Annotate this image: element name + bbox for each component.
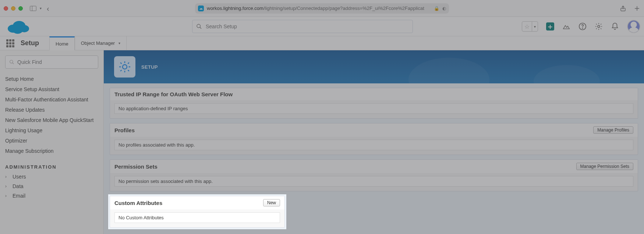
setup-sidebar: Setup Home Service Setup Assistant Multi… (0, 50, 104, 234)
svg-rect-0 (30, 6, 36, 11)
salesforce-trailhead-icon[interactable] (562, 22, 570, 30)
chevron-right-icon: › (5, 184, 11, 189)
favorites-menu[interactable]: ☆ ▾ (522, 21, 538, 32)
share-icon[interactable] (620, 5, 626, 12)
sidebar-link-mfa-assistant[interactable]: Multi-Factor Authentication Assistant (5, 94, 98, 105)
back-button[interactable]: ‹ (47, 5, 49, 12)
svg-point-13 (598, 25, 600, 28)
minimize-window-button[interactable] (11, 6, 15, 11)
svg-point-16 (123, 65, 127, 69)
sidebar-tree-data[interactable]: › Data (5, 181, 98, 191)
sidebar-tree-email[interactable]: › Email (5, 191, 98, 201)
nav-tab-label: Home (56, 41, 68, 47)
svg-point-9 (197, 24, 200, 28)
sidebar-link-service-setup-assistant[interactable]: Service Setup Assistant (5, 84, 98, 94)
salesforce-global-header: ☆ ▾ ＋ (0, 17, 644, 36)
chevron-right-icon: › (5, 174, 11, 179)
section-title: Trusted IP Range for OAuth Web Server Fl… (114, 91, 233, 97)
sidebar-link-optimizer[interactable]: Optimizer (5, 136, 98, 146)
global-search-input[interactable] (206, 24, 409, 29)
help-icon[interactable] (578, 22, 587, 30)
lock-icon: 🔒 (434, 6, 439, 11)
manage-profiles-button[interactable]: Manage Profiles (593, 126, 633, 134)
sidebar-link-setup-home[interactable]: Setup Home (5, 74, 98, 84)
sidebar-toggle-icon[interactable] (29, 5, 37, 12)
page-eyebrow: SETUP (141, 64, 158, 70)
global-search[interactable] (192, 20, 413, 33)
section-permission-sets: Permission Sets Manage Permission Sets N… (110, 159, 638, 191)
quick-find-input[interactable] (17, 59, 94, 65)
site-favicon-icon: ☁ (198, 6, 204, 11)
nav-tab-object-manager[interactable]: Object Manager ▾ (75, 36, 127, 50)
maximize-window-button[interactable] (18, 6, 23, 11)
chevron-right-icon: › (5, 193, 11, 198)
nav-tab-label: Object Manager (81, 40, 115, 46)
new-tab-icon[interactable] (634, 5, 640, 12)
close-window-button[interactable] (4, 6, 8, 11)
url-text: workos.lightning.force.com/lightning/set… (207, 6, 431, 11)
star-icon: ☆ (522, 23, 532, 30)
section-title: Permission Sets (114, 163, 158, 170)
chevron-down-icon: ▾ (532, 22, 538, 31)
search-icon (196, 24, 202, 29)
section-empty-state: No application-defined IP ranges (114, 103, 633, 114)
main-content: SETUP Trusted IP Range for OAuth Web Ser… (104, 50, 644, 234)
sidebar-tree-users[interactable]: › Users (5, 172, 98, 181)
search-icon (9, 60, 14, 65)
window-controls (4, 6, 23, 11)
nav-tab-home[interactable]: Home (49, 36, 75, 50)
sidebar-link-release-updates[interactable]: Release Updates (5, 105, 98, 115)
section-profiles: Profiles Manage Profiles No profiles ass… (110, 123, 638, 155)
section-title: Custom Attributes (114, 200, 162, 206)
app-nav-bar: Setup Home Object Manager ▾ (0, 36, 644, 50)
sidebar-section-administration: ADMINISTRATION (5, 164, 98, 170)
svg-line-10 (200, 27, 201, 29)
chevron-down-icon: ▾ (118, 41, 120, 45)
new-custom-attribute-button[interactable]: New (263, 199, 280, 206)
section-empty-state: No profiles associated with this app. (114, 140, 633, 150)
section-title: Profiles (114, 127, 135, 133)
svg-point-14 (10, 60, 13, 63)
browser-toolbar: ▾ ‹ ☁ workos.lightning.force.com/lightni… (0, 0, 644, 17)
sidebar-link-manage-subscription[interactable]: Manage Subscription (5, 146, 98, 156)
salesforce-logo[interactable] (6, 18, 30, 35)
section-empty-state: No permission sets associated with this … (114, 176, 633, 187)
svg-line-15 (13, 63, 14, 64)
app-launcher-icon[interactable] (5, 36, 15, 50)
svg-point-12 (582, 28, 583, 28)
url-bar[interactable]: ☁ workos.lightning.force.com/lightning/s… (195, 3, 449, 14)
manage-permission-sets-button[interactable]: Manage Permission Sets (576, 163, 633, 170)
app-name: Setup (21, 36, 39, 50)
reader-icon[interactable]: ◐ (442, 6, 446, 11)
chevron-down-icon[interactable]: ▾ (40, 6, 42, 10)
setup-gear-large-icon (114, 56, 135, 78)
section-trusted-ip: Trusted IP Range for OAuth Web Server Fl… (110, 88, 638, 119)
sidebar-link-mobile-quickstart[interactable]: New Salesforce Mobile App QuickStart (5, 115, 98, 125)
section-custom-attributes: Custom Attributes New No Custom Attribut… (110, 196, 285, 228)
notifications-bell-icon[interactable] (611, 22, 619, 30)
user-avatar[interactable] (627, 20, 640, 33)
sidebar-link-lightning-usage[interactable]: Lightning Usage (5, 125, 98, 136)
global-actions-button[interactable]: ＋ (546, 22, 554, 30)
page-header-banner: SETUP (104, 50, 644, 83)
section-empty-state: No Custom Attributes (114, 212, 280, 223)
setup-gear-icon[interactable] (595, 22, 603, 30)
quick-find[interactable] (5, 55, 98, 69)
svg-point-8 (13, 26, 23, 34)
